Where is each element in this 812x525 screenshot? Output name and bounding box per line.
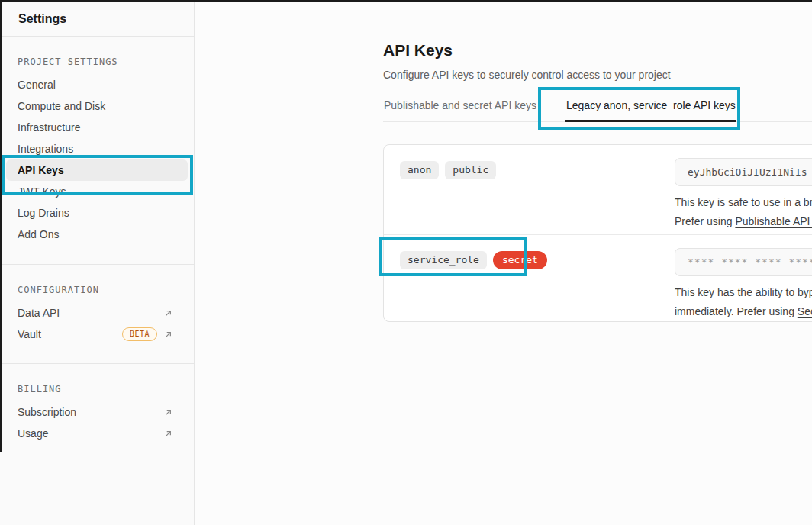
public-badge: public xyxy=(445,161,496,179)
sidebar-item-log-drains[interactable]: Log Drains xyxy=(0,202,194,224)
project-settings-nav: General Compute and Disk Infrastructure … xyxy=(0,74,194,245)
sidebar-item-infrastructure[interactable]: Infrastructure xyxy=(0,117,194,138)
service-role-key-description: This key has the ability to bypass immed… xyxy=(675,283,812,321)
publishable-api-keys-link[interactable]: Publishable API keys xyxy=(735,215,812,227)
section-label-billing: BILLING xyxy=(18,384,194,395)
main-panel: API Keys Configure API keys to securely … xyxy=(195,2,812,525)
anon-key-description: This key is safe to use in a browser Pre… xyxy=(675,193,812,231)
anon-key-row: anon public eyJhbGciOiJIUzI1NiIs This ke… xyxy=(384,145,812,234)
sidebar-header: Settings xyxy=(0,2,194,37)
settings-sidebar: Settings PROJECT SETTINGS General Comput… xyxy=(0,2,195,525)
sidebar-item-data-api[interactable]: Data API xyxy=(0,302,194,324)
section-label-project-settings: PROJECT SETTINGS xyxy=(18,56,194,67)
legacy-api-keys-card: anon public eyJhbGciOiJIUzI1NiIs This ke… xyxy=(383,144,812,322)
sidebar-item-usage[interactable]: Usage xyxy=(0,423,194,444)
sidebar-item-jwt-keys[interactable]: JWT Keys xyxy=(0,181,194,202)
section-label-configuration: CONFIGURATION xyxy=(18,285,194,295)
sidebar-item-integrations[interactable]: Integrations xyxy=(0,138,194,159)
anon-badge: anon xyxy=(400,161,439,179)
secret-badge: secret xyxy=(493,251,547,269)
configuration-nav: Data API Vault BETA xyxy=(0,302,194,345)
sidebar-item-general[interactable]: General xyxy=(0,74,194,95)
page-subtitle: Configure API keys to securely control a… xyxy=(383,69,812,81)
api-keys-content: API Keys Configure API keys to securely … xyxy=(383,2,812,322)
sidebar-divider xyxy=(0,264,194,265)
arrow-up-right-icon xyxy=(163,429,173,439)
sidebar-divider xyxy=(0,363,194,364)
api-keys-tabs: Publishable and secret API keys Legacy a… xyxy=(383,99,812,122)
sidebar-item-subscription[interactable]: Subscription xyxy=(0,401,194,423)
arrow-up-right-icon xyxy=(163,308,173,318)
sidebar-item-compute-and-disk[interactable]: Compute and Disk xyxy=(0,95,194,117)
sidebar-title: Settings xyxy=(18,12,66,26)
secret-api-keys-link[interactable]: Secret API keys xyxy=(798,305,812,317)
anon-key-value-field[interactable]: eyJhbGciOiJIUzI1NiIs xyxy=(675,158,812,186)
sidebar-item-vault[interactable]: Vault BETA xyxy=(0,324,194,345)
service-role-badge: service_role xyxy=(400,251,487,269)
tab-publishable-secret-keys[interactable]: Publishable and secret API keys xyxy=(383,99,537,121)
tab-legacy-anon-service-role-keys[interactable]: Legacy anon, service_role API keys xyxy=(566,99,736,121)
service-role-key-value-field[interactable]: **** **** **** **** xyxy=(675,248,812,276)
arrow-up-right-icon xyxy=(163,330,173,340)
arrow-up-right-icon xyxy=(163,407,173,417)
billing-nav: Subscription Usage xyxy=(0,401,194,444)
page-title: API Keys xyxy=(383,41,812,60)
service-role-key-row: service_role secret **** **** **** **** … xyxy=(384,235,812,321)
window-top-edge xyxy=(0,0,812,2)
window-left-edge xyxy=(0,0,2,452)
sidebar-item-api-keys[interactable]: API Keys xyxy=(6,159,188,181)
beta-badge: BETA xyxy=(122,327,157,341)
sidebar-item-add-ons[interactable]: Add Ons xyxy=(0,224,194,245)
